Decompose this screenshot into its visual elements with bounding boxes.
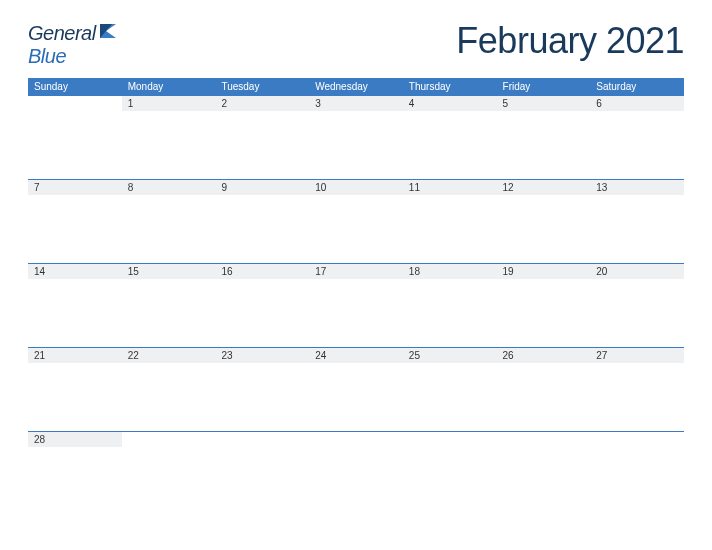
day-number: 17 [309, 264, 403, 279]
day-number [403, 432, 497, 447]
weekday-header-row: Sunday Monday Tuesday Wednesday Thursday… [28, 78, 684, 95]
day-number: 11 [403, 180, 497, 195]
day-cell: 27 [590, 347, 684, 431]
day-cell: 22 [122, 347, 216, 431]
day-number: 18 [403, 264, 497, 279]
day-cell: 14 [28, 263, 122, 347]
day-number: 12 [497, 180, 591, 195]
day-number [215, 432, 309, 447]
day-cell: 8 [122, 179, 216, 263]
day-number: 21 [28, 348, 122, 363]
day-cell: 5 [497, 95, 591, 179]
weekday-header: Monday [122, 78, 216, 95]
day-number: 4 [403, 96, 497, 111]
day-number: 16 [215, 264, 309, 279]
day-number: 1 [122, 96, 216, 111]
day-cell: 3 [309, 95, 403, 179]
day-cell [497, 431, 591, 515]
day-number [309, 432, 403, 447]
day-cell: 19 [497, 263, 591, 347]
weekday-header: Friday [497, 78, 591, 95]
day-cell: 26 [497, 347, 591, 431]
day-cell [403, 431, 497, 515]
day-cell: 4 [403, 95, 497, 179]
day-number: 24 [309, 348, 403, 363]
header: GeneralBlue February 2021 [28, 20, 684, 68]
day-number [590, 432, 684, 447]
day-cell: 13 [590, 179, 684, 263]
day-number: 25 [403, 348, 497, 363]
day-cell: 9 [215, 179, 309, 263]
day-number: 5 [497, 96, 591, 111]
day-number [122, 432, 216, 447]
day-number: 22 [122, 348, 216, 363]
day-cell: 17 [309, 263, 403, 347]
week-row: 1 2 3 4 5 6 [28, 95, 684, 179]
day-number: 3 [309, 96, 403, 111]
page-title: February 2021 [456, 20, 684, 62]
day-cell: 2 [215, 95, 309, 179]
day-number: 2 [215, 96, 309, 111]
weekday-header: Thursday [403, 78, 497, 95]
day-number: 19 [497, 264, 591, 279]
day-cell: 16 [215, 263, 309, 347]
day-cell [309, 431, 403, 515]
day-cell: 12 [497, 179, 591, 263]
day-cell: 10 [309, 179, 403, 263]
day-number: 7 [28, 180, 122, 195]
day-number: 8 [122, 180, 216, 195]
day-number [28, 96, 122, 111]
day-cell: 1 [122, 95, 216, 179]
day-cell: 18 [403, 263, 497, 347]
day-cell: 6 [590, 95, 684, 179]
day-number: 14 [28, 264, 122, 279]
week-row: 21 22 23 24 25 26 27 [28, 347, 684, 431]
weekday-header: Wednesday [309, 78, 403, 95]
brand-logo: GeneralBlue [28, 22, 120, 68]
week-row: 28 [28, 431, 684, 515]
day-cell: 25 [403, 347, 497, 431]
day-cell: 11 [403, 179, 497, 263]
week-row: 14 15 16 17 18 19 20 [28, 263, 684, 347]
day-cell: 24 [309, 347, 403, 431]
day-number: 20 [590, 264, 684, 279]
day-cell [590, 431, 684, 515]
day-number: 15 [122, 264, 216, 279]
day-number: 6 [590, 96, 684, 111]
calendar-grid: Sunday Monday Tuesday Wednesday Thursday… [28, 78, 684, 515]
day-number: 26 [497, 348, 591, 363]
day-number: 10 [309, 180, 403, 195]
day-number: 9 [215, 180, 309, 195]
day-cell: 15 [122, 263, 216, 347]
brand-text-general: General [28, 22, 96, 44]
day-number [497, 432, 591, 447]
day-number: 23 [215, 348, 309, 363]
day-cell: 23 [215, 347, 309, 431]
day-cell: 28 [28, 431, 122, 515]
day-cell [122, 431, 216, 515]
weekday-header: Tuesday [215, 78, 309, 95]
weekday-header: Sunday [28, 78, 122, 95]
day-number: 13 [590, 180, 684, 195]
day-cell [28, 95, 122, 179]
week-row: 7 8 9 10 11 12 13 [28, 179, 684, 263]
brand-text-blue: Blue [28, 45, 66, 67]
day-cell: 20 [590, 263, 684, 347]
day-cell: 21 [28, 347, 122, 431]
brand-flag-icon [98, 22, 120, 44]
day-number: 27 [590, 348, 684, 363]
day-cell [215, 431, 309, 515]
day-cell: 7 [28, 179, 122, 263]
weekday-header: Saturday [590, 78, 684, 95]
day-number: 28 [28, 432, 122, 447]
